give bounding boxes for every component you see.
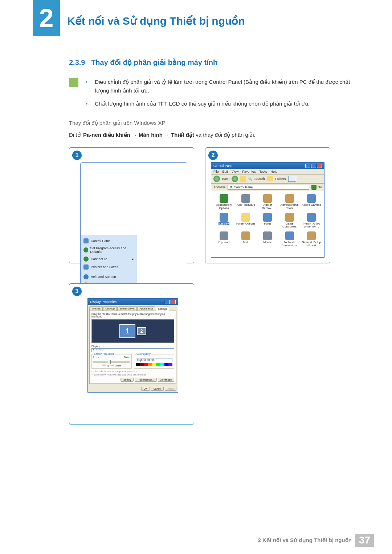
resolution-slider[interactable]	[93, 361, 130, 363]
cp-item-icon	[285, 231, 294, 240]
settings-panel: Drag the monitor icons to match the phys…	[89, 311, 176, 384]
cp-item[interactable]: Mail	[235, 231, 256, 248]
monitor-1[interactable]: 1	[119, 324, 135, 338]
printers-icon	[83, 264, 89, 270]
cp-item-label: Add Hardware	[237, 204, 255, 207]
cp-item[interactable]: Adobe Gamma	[301, 193, 322, 211]
menu-view[interactable]: View	[232, 170, 238, 173]
display-label: Display:	[91, 345, 174, 348]
help-icon	[83, 274, 89, 279]
cp-item[interactable]: Fonts	[257, 212, 278, 230]
cp-item-label: Adobe Gamma	[302, 204, 321, 207]
control-panel-icon: ⚙	[229, 185, 232, 189]
menu-edit[interactable]: Edit	[222, 170, 228, 173]
menu-file[interactable]: File	[213, 170, 219, 173]
window-title: Display Properties	[90, 300, 117, 304]
screenshot-1-box: 1 Control Panel Set Program Access and D…	[69, 147, 194, 263]
folders-label[interactable]: Folders	[275, 177, 286, 181]
forward-button[interactable]	[232, 176, 238, 182]
cp-item[interactable]: Add or Remov...	[257, 193, 278, 211]
advanced-button[interactable]: Advanced	[158, 378, 174, 382]
cp-item-icon	[241, 231, 250, 240]
monitor-arrangement[interactable]: 1 2	[91, 319, 174, 343]
go-icon	[311, 185, 317, 190]
menu-favorites[interactable]: Favorites	[242, 170, 256, 173]
menu-item-help[interactable]: Help and Support	[81, 273, 137, 281]
cp-item[interactable]: Mouse	[257, 231, 278, 248]
identify-button[interactable]: Identify	[121, 378, 134, 382]
screenshot-2-box: 2 Control Panel File Edit View Favorites…	[205, 147, 330, 263]
address-field[interactable]: ⚙ Control Panel	[228, 185, 309, 190]
hint-text: Drag the monitor icons to match the phys…	[91, 313, 174, 318]
cp-item[interactable]: Network Setup Wizard	[301, 231, 322, 248]
cp-item-icon	[307, 231, 316, 240]
color-quality-select[interactable]: Highest (32 bit)	[136, 358, 172, 362]
tab-screensaver[interactable]: Screen Saver	[117, 306, 137, 311]
window-titlebar: Display Properties	[88, 299, 178, 305]
menu-item-control-panel[interactable]: Control Panel	[81, 237, 137, 245]
address-bar: Address ⚙ Control Panel Go	[211, 184, 324, 191]
up-button[interactable]	[240, 176, 246, 182]
cp-item-label: Keyboard	[218, 241, 230, 244]
cp-item[interactable]: Folder Options	[235, 212, 256, 230]
views-button[interactable]	[288, 176, 296, 182]
troubleshoot-button[interactable]: Troubleshoot...	[135, 378, 156, 382]
primary-monitor-checkbox[interactable]: ○ Use this device as the primary monitor…	[91, 370, 174, 373]
tab-appearance[interactable]: Appearance	[137, 306, 155, 311]
cp-item[interactable]: Display	[213, 212, 234, 230]
cp-item-label: Add or Remov...	[258, 204, 277, 210]
search-label[interactable]: Search	[254, 177, 265, 181]
menu-item-printers[interactable]: Printers and Faxes	[81, 263, 137, 271]
cp-item-icon	[263, 194, 272, 203]
back-button[interactable]	[213, 176, 220, 182]
cp-item-icon	[307, 194, 316, 203]
tab-settings[interactable]: Settings	[156, 307, 169, 311]
help-button[interactable]	[165, 300, 170, 304]
menu-help[interactable]: Help	[270, 170, 277, 173]
ok-button[interactable]: OK	[141, 387, 150, 391]
cp-item-label: Mouse	[263, 241, 272, 244]
tab-bar: Themes Desktop Screen Saver Appearance S…	[88, 305, 178, 311]
step-badge-2: 2	[208, 151, 218, 160]
menu-item-connect-to[interactable]: Connect To ▸	[81, 255, 137, 263]
cp-item-icon	[241, 213, 250, 222]
tab-desktop[interactable]: Desktop	[103, 306, 117, 311]
cp-item[interactable]: Keyboard	[213, 231, 234, 248]
cp-item-label: Administrative Tools	[280, 204, 299, 210]
go-button[interactable]: Go	[311, 185, 322, 190]
cp-item[interactable]: Add Hardware	[235, 193, 256, 211]
cp-item[interactable]: Administrative Tools	[279, 193, 300, 211]
display-select[interactable]: 1. ********	[91, 348, 174, 352]
menu-item-set-defaults[interactable]: Set Program Access and Defaults	[81, 245, 137, 255]
close-button[interactable]	[317, 164, 322, 168]
color-bar	[136, 363, 172, 366]
apply-button[interactable]: Apply	[165, 387, 176, 391]
extend-desktop-checkbox[interactable]: ○ Extend my Windows desktop onto this mo…	[91, 373, 174, 376]
cp-item-icon	[241, 194, 250, 203]
monitor-2[interactable]: 2	[137, 327, 146, 335]
close-button[interactable]	[171, 300, 176, 304]
maximize-button[interactable]	[311, 164, 316, 168]
minimize-button[interactable]	[305, 164, 310, 168]
cp-item[interactable]: Intel(R) GMA Driver for ...	[301, 212, 322, 230]
section-heading: 2.3.9 Thay đổi độ phân giải bằng máy tín…	[69, 58, 363, 67]
cp-item-icon	[220, 213, 228, 222]
section-title: Thay đổi độ phân giải bằng máy tính	[91, 58, 217, 66]
cp-item[interactable]: Network Connections	[279, 231, 300, 248]
menu-tools[interactable]: Tools	[259, 170, 267, 173]
tab-themes[interactable]: Themes	[89, 306, 103, 311]
step-badge-3: 3	[72, 287, 82, 296]
cp-item[interactable]: Accessibility Options	[213, 193, 234, 211]
bullet-item: Chất lượng hình ảnh của TFT-LCD có thể s…	[95, 99, 310, 108]
cancel-button[interactable]: Cancel	[151, 387, 164, 391]
cp-item-icon	[263, 231, 272, 240]
search-icon: 🔍	[248, 177, 252, 181]
slider-thumb[interactable]	[108, 360, 111, 364]
cp-item-label: Display	[219, 222, 229, 226]
page-number: 37	[355, 534, 374, 547]
chevron-right-icon: ▸	[132, 257, 134, 261]
address-label: Address	[213, 185, 225, 189]
cp-item-icon	[285, 194, 294, 203]
cp-item[interactable]: Game Controllers	[279, 212, 300, 230]
chapter-number: 2	[39, 3, 53, 33]
